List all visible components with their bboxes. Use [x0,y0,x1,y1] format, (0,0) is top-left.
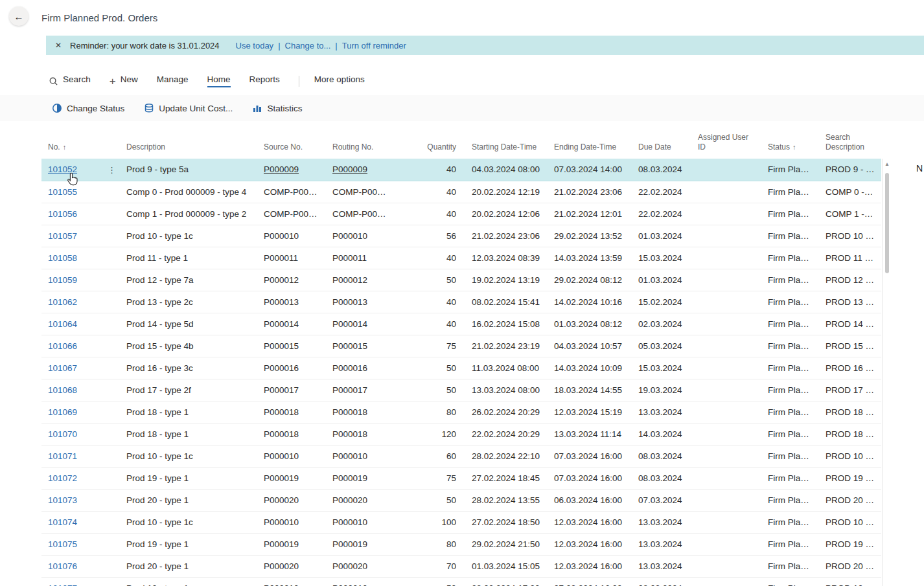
cell-order-no[interactable]: 101074 [41,511,120,533]
order-no-link[interactable]: 101058 [48,253,77,263]
cell-assigned-user-id[interactable] [691,467,761,489]
cell-assigned-user-id[interactable] [691,533,761,555]
table-row[interactable]: 101069 Prod 18 - type 1 P000018 P000018 … [41,401,881,423]
cell-description[interactable]: Prod 18 - type 1 [120,401,257,423]
table-row[interactable]: 101076 Prod 20 - type 1 P000020 P000020 … [41,555,881,577]
cell-starting-date-time[interactable]: 28.02.2024 13:55 [465,489,548,511]
cell-search-description[interactable]: PROD 19 - ... [819,467,881,489]
cell-quantity[interactable]: 80 [394,401,465,423]
table-row[interactable]: 101056 Comp 1 - Prod 000009 - type 2 COM… [41,203,881,225]
cell-ending-date-time[interactable]: 12.03.2024 16:00 [548,555,632,577]
order-no-link[interactable]: 101074 [48,517,77,527]
order-no-link[interactable]: 101064 [48,319,77,329]
cell-order-no[interactable]: 101077 [41,577,120,586]
cell-quantity[interactable]: 100 [394,511,465,533]
cell-status[interactable]: Firm Planned [761,357,819,379]
table-row[interactable]: 101073 Prod 20 - type 1 P000020 P000020 … [41,489,881,511]
cell-assigned-user-id[interactable] [691,357,761,379]
cell-ending-date-time[interactable]: 13.03.2024 11:14 [548,423,632,445]
cell-status[interactable]: Firm Planned [761,247,819,269]
cell-source-no[interactable]: P000020 [257,489,326,511]
cell-source-no[interactable]: P000010 [257,511,326,533]
cell-source-no[interactable]: P000013 [257,291,326,313]
cell-ending-date-time[interactable]: 07.03.2024 16:00 [548,467,632,489]
cell-status[interactable]: Firm Planned [761,577,819,586]
cell-starting-date-time[interactable]: 27.02.2024 18:45 [465,467,548,489]
cell-description[interactable]: Prod 19 - type 1 [120,467,257,489]
column-header-status[interactable]: Status↑ [761,130,819,159]
cell-status[interactable]: Firm Planned [761,269,819,291]
table-row[interactable]: 101062 Prod 13 - type 2c P000013 P000013… [41,291,881,313]
cell-due-date[interactable]: 13.03.2024 [632,401,691,423]
cell-routing-no[interactable]: P000020 [326,489,394,511]
cell-ending-date-time[interactable]: 04.03.2024 10:57 [548,335,632,357]
cell-status[interactable]: Firm Planned [761,467,819,489]
change-status-button[interactable]: Change Status [52,103,124,113]
order-no-link[interactable]: 101062 [48,297,77,307]
cell-search-description[interactable]: PROD 11 - ... [819,247,881,269]
cell-routing-no[interactable]: P000012 [326,269,394,291]
cell-ending-date-time[interactable]: 29.02.2024 13:52 [548,225,632,247]
cell-assigned-user-id[interactable] [691,511,761,533]
cell-routing-no[interactable]: P000017 [326,379,394,401]
cell-status[interactable]: Firm Planned [761,511,819,533]
cell-order-no[interactable]: 101067 [41,357,120,379]
column-header-assigned-user-id[interactable]: Assigned User ID [691,130,761,159]
cell-due-date[interactable]: 08.03.2024 [632,445,691,467]
cell-routing-no[interactable]: P000019 [326,533,394,555]
cell-ending-date-time[interactable]: 14.02.2024 10:16 [548,291,632,313]
cell-search-description[interactable]: PROD 15 - ... [819,335,881,357]
cell-description[interactable]: Prod 10 - type 1c [120,511,257,533]
table-row[interactable]: 101071 Prod 10 - type 1c P000010 P000010… [41,445,881,467]
cell-order-no[interactable]: 101070 [41,423,120,445]
order-no-link[interactable]: 101066 [48,341,77,351]
cell-assigned-user-id[interactable] [691,203,761,225]
more-options-button[interactable]: More options [314,74,365,87]
cell-assigned-user-id[interactable] [691,577,761,586]
cell-source-no[interactable]: P000010 [257,577,326,586]
order-no-link[interactable]: 101069 [48,407,77,417]
table-row[interactable]: 101057 Prod 10 - type 1c P000010 P000010… [41,225,881,247]
column-header-no[interactable]: No.↑ [41,130,120,159]
cell-description[interactable]: Prod 10 - type 1c [120,577,257,586]
cell-starting-date-time[interactable]: 01.03.2024 15:05 [465,555,548,577]
cell-ending-date-time[interactable]: 14.03.2024 13:59 [548,247,632,269]
column-header-source-no[interactable]: Source No. [257,130,326,159]
cell-search-description[interactable]: PROD 16 - ... [819,357,881,379]
cell-order-no[interactable]: 101071 [41,445,120,467]
vertical-scrollbar[interactable]: ▲ [882,159,892,586]
cell-ending-date-time[interactable]: 12.03.2024 15:19 [548,401,632,423]
cell-routing-no[interactable]: COMP-P0000... [326,181,394,203]
order-no-link[interactable]: 101070 [48,429,77,439]
cell-source-no[interactable]: COMP-P0000... [257,203,326,225]
cell-starting-date-time[interactable]: 16.02.2024 15:08 [465,313,548,335]
table-row[interactable]: 101067 Prod 16 - type 3c P000016 P000016… [41,357,881,379]
use-today-link[interactable]: Use today [236,41,274,51]
scroll-up-icon[interactable]: ▲ [883,159,892,169]
cell-quantity[interactable]: 120 [394,423,465,445]
cell-ending-date-time[interactable]: 01.03.2024 08:12 [548,313,632,335]
cell-ending-date-time[interactable]: 29.02.2024 08:12 [548,269,632,291]
cell-description[interactable]: Prod 10 - type 1c [120,225,257,247]
table-row[interactable]: 101068 Prod 17 - type 2f P000017 P000017… [41,379,881,401]
cell-search-description[interactable]: PROD 10 - ... [819,511,881,533]
cell-search-description[interactable]: COMP 1 - P... [819,203,881,225]
cell-search-description[interactable]: PROD 14 - ... [819,313,881,335]
cell-due-date[interactable]: 22.02.2024 [632,203,691,225]
cell-routing-no[interactable]: P000018 [326,401,394,423]
table-row[interactable]: 101072 Prod 19 - type 1 P000019 P000019 … [41,467,881,489]
cell-description[interactable]: Comp 0 - Prod 000009 - type 4 [120,181,257,203]
table-row[interactable]: 101074 Prod 10 - type 1c P000010 P000010… [41,511,881,533]
cell-starting-date-time[interactable]: 29.02.2024 21:50 [465,533,548,555]
cell-quantity[interactable]: 40 [394,203,465,225]
cell-status[interactable]: Firm Planned [761,423,819,445]
cell-status[interactable]: Firm Planned [761,181,819,203]
cell-routing-no[interactable]: P000011 [326,247,394,269]
cell-description[interactable]: Prod 19 - type 1 [120,533,257,555]
cell-due-date[interactable]: 08.03.2024 [632,467,691,489]
menu-item-reports[interactable]: Reports [249,74,280,87]
cell-assigned-user-id[interactable] [691,423,761,445]
back-button[interactable]: ← [9,6,29,26]
cell-description[interactable]: Comp 1 - Prod 000009 - type 2 [120,203,257,225]
cell-order-no[interactable]: 101068 [41,379,120,401]
